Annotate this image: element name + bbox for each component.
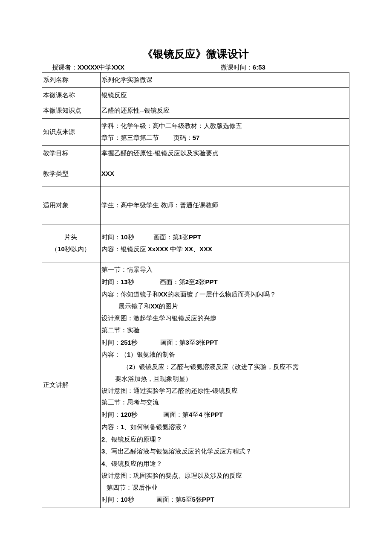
lecturer-school-bold: XXXXX [78, 64, 99, 71]
s3-t-b: 120 [121, 411, 131, 418]
table-row: 片头 （10秒以内） 时间：10秒 画面：第1张PPT 内容：银镜反应 XxXX… [42, 224, 349, 262]
s3-q2-b: 、银镜反应的原理？ [105, 436, 162, 443]
opening-label-l2b: 10 [58, 245, 65, 253]
time-value: 6:53 [253, 64, 265, 71]
s2-c1-a: 内容：（ [101, 351, 127, 358]
s3-s-e: 张 [204, 411, 210, 418]
s4-title: 第四节：课后作业 [101, 482, 347, 494]
meta-line: 授课者：XXXXX中学XXX 微课时间：6:53 [42, 64, 349, 72]
type-value: XXX [101, 170, 114, 177]
row-value-body: 第一节：情景导入 时间：13秒 画面：第2至2张PPT 内容：你知道镜子和XX的… [101, 262, 349, 508]
s1-intent: 设计意图：激起学生学习银镜反应的兴趣 [101, 313, 347, 325]
source-line2b: 页码： [173, 134, 193, 141]
s3-q3-b: 、写出乙醛溶液与银氨溶液反应的化学反应方程式？ [105, 448, 252, 455]
s2-s-d: 3 [196, 339, 199, 346]
row-value-goal: 掌握乙醛的还原性-银镜反应以及实验要点 [101, 146, 349, 161]
s2-c2-c: ）银镜反应：乙醛与银氨溶液反应（改进了实验，反应不需 [133, 363, 299, 370]
row-value-kp: 乙醛的还原性--银镜反应 [101, 103, 349, 119]
time-label: 微课时间： [221, 64, 253, 71]
s1-title: 第一节：情景导入 [101, 264, 347, 276]
s2-intent: 设计意图：通过实验学习乙醛的还原性-银镜反应 [101, 385, 347, 397]
s3-q3: 3、写出乙醛溶液与银氨溶液反应的化学反应方程式？ [101, 445, 347, 458]
s3-q4-b: 、银镜反应的用途？ [105, 460, 162, 467]
open-s-d: PPT [189, 233, 201, 241]
lecturer-label: 授课者： [52, 64, 78, 71]
s3-q4: 4、银镜反应的用途？ [101, 458, 347, 470]
opening-label-l1: 片头 [64, 234, 77, 241]
table-row: 系列名称 系列化学实验微课 [42, 73, 349, 88]
table-row: 教学目标 掌握乙醛的还原性-银镜反应以及实验要点 [42, 146, 349, 161]
s1-c-c: 的表面镀了一层什么物质而亮闪闪吗？ [167, 291, 276, 298]
s4-s-c: 至 [186, 496, 192, 503]
table-row: 适用对象 学生：高中年级学生 教师：普通任课教师 [42, 186, 349, 224]
open-s-a: 画面：第 [153, 234, 179, 241]
s1-s-a: 画面：第 [160, 279, 185, 285]
s3-q1-a: 内容： [101, 424, 121, 430]
s4-s-e: 张 [196, 496, 202, 503]
row-label-opening: 片头 （10秒以内） [42, 224, 101, 262]
s4-title-text: 第四节：课后作业 [107, 482, 347, 494]
row-value-audience: 学生：高中年级学生 教师：普通任课教师 [101, 186, 349, 224]
s3-s-d: 4 [199, 411, 204, 418]
s2-c2-a: （ [123, 363, 129, 370]
s1-content2: 展示镜子和XX的图片 [101, 300, 347, 313]
open-c-d: XX [184, 245, 193, 253]
s2-c2d: 要水浴加热，且现象明显） [115, 373, 347, 385]
s1-s-c: 至 [189, 279, 195, 285]
s2-title: 第二节：实验 [101, 325, 347, 337]
s4-s-a: 画面：第 [156, 496, 182, 503]
s1-t-a: 时间： [101, 279, 121, 285]
s1-s-f: PPT [205, 278, 217, 285]
table-row: 知识点来源 学科：化学年级：高中二年级教材：人教版选修五 章节：第三章第二节 页… [42, 119, 349, 146]
s2-s-b: 3 [186, 339, 189, 346]
open-c-a: 内容：银镜反应 [101, 246, 148, 253]
row-value-series: 系列化学实验微课 [101, 73, 349, 88]
source-line1: 学科：化学年级：高中二年级教材：人教版选修五 [101, 122, 242, 129]
s1-s-b: 2 [185, 278, 189, 285]
row-label-audience: 适用对象 [42, 186, 101, 224]
table-row: 教学类型 XXX [42, 161, 349, 186]
s3-intent: 设计意图：巩固实验的要点、原理以及涉及的反应 [101, 470, 347, 482]
table-row: 正文讲解 第一节：情景导入 时间：13秒 画面：第2至2张PPT 内容：你知道镜… [42, 262, 349, 508]
lecturer-info: 授课者：XXXXX中学XXX [52, 64, 124, 72]
s1-c2-b: XX [150, 302, 159, 310]
s2-c1-c: ）银氨液的制备 [130, 351, 175, 358]
s2-t-b: 251 [121, 339, 131, 346]
row-label-source: 知识点来源 [42, 119, 101, 146]
open-t-c: 秒 [128, 234, 134, 241]
s3-q2: 2、银镜反应的原理？ [101, 433, 347, 446]
row-value-course: 银镜反应 [101, 88, 349, 103]
page: 《银镜反应》微课设计 授课者：XXXXX中学XXX 微课时间：6:53 系列名称… [0, 0, 392, 555]
open-t-a: 时间： [101, 234, 121, 241]
s3-s-f: PPT [210, 411, 223, 418]
s1-s-e: 张 [199, 279, 205, 285]
s1-c2-a: 展示镜子和 [118, 303, 150, 310]
source-line2a: 章节：第三章第二节 [101, 134, 159, 141]
s3-time-line: 时间：120秒 画面：第4至4 张PPT [101, 409, 347, 421]
time-info: 微课时间：6:53 [221, 64, 265, 72]
s1-t-c: 秒 [128, 279, 134, 285]
s3-t-a: 时间： [101, 411, 121, 418]
s1-time-line: 时间：13秒 画面：第2至2张PPT [101, 276, 347, 288]
row-label-type: 教学类型 [42, 161, 101, 186]
open-s-b: 1 [179, 233, 182, 241]
table-row: 本微课名称 银镜反应 [42, 88, 349, 103]
s2-c2-wrap: （2）银镜反应：乙醛与银氨溶液反应（改进了实验，反应不需 [123, 361, 347, 373]
s2-s-e: 张 [199, 339, 205, 346]
s2-t-a: 时间： [101, 339, 121, 346]
s2-time-line: 时间：251秒 画面：第3至3张PPT [101, 337, 347, 349]
s4-t-b: 10 [121, 496, 128, 503]
lecturer-name: XXX [112, 64, 124, 71]
row-value-source: 学科：化学年级：高中二年级教材：人教版选修五 章节：第三章第二节 页码：57 [101, 119, 349, 146]
s4-t-a: 时间： [101, 496, 121, 503]
row-value-opening: 时间：10秒 画面：第1张PPT 内容：银镜反应 XxXXX 中学 XX、XXX [101, 224, 349, 262]
row-label-body: 正文讲解 [42, 262, 101, 508]
open-c-c: 中学 [170, 246, 184, 253]
s2-t-c: 秒 [131, 339, 138, 346]
s1-c2-wrap: 展示镜子和XX的图片 [118, 300, 347, 313]
s3-t-c: 秒 [131, 411, 138, 418]
open-t-b: 10 [121, 233, 128, 241]
s1-c2-c: 的图片 [159, 303, 178, 310]
lecturer-school-tail: 中学 [99, 64, 112, 71]
open-c-f: XXX [199, 245, 212, 253]
